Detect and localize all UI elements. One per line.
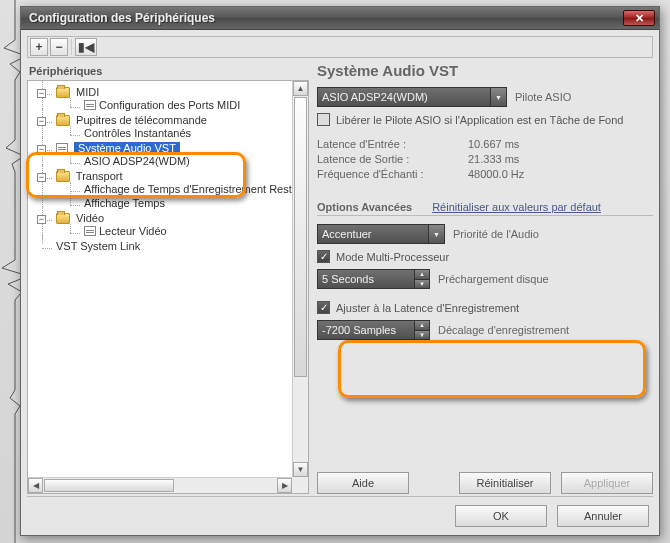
tree-video[interactable]: Vidéo — [76, 212, 104, 224]
page-title: Système Audio VST — [317, 62, 653, 87]
scroll-left-icon[interactable]: ◀ — [28, 478, 43, 493]
expander-icon[interactable]: − — [37, 173, 46, 182]
top-toolbar: + − ▮◀ — [27, 36, 653, 58]
asio-driver-value: ASIO ADSP24(WDM) — [322, 91, 428, 103]
output-latency-label: Latence de Sortie : — [317, 153, 452, 165]
input-latency-value: 10.667 ms — [468, 138, 519, 150]
advanced-options-header: Options Avancées Réinitialiser aux valeu… — [317, 201, 653, 216]
multiprocessor-checkbox[interactable]: ✓ — [317, 250, 330, 263]
tree-asio-device[interactable]: ASIO ADSP24(WDM) — [84, 155, 190, 167]
scroll-down-icon[interactable]: ▼ — [293, 462, 308, 477]
close-button[interactable]: ✕ — [623, 10, 655, 26]
expander-icon[interactable]: − — [37, 215, 46, 224]
devices-tree-container: − MIDI Configuration des Ports MIDI − — [27, 80, 309, 494]
folder-icon — [56, 87, 70, 98]
expander-icon[interactable]: − — [37, 145, 46, 154]
asio-driver-label: Pilote ASIO — [515, 91, 571, 103]
spin-up-icon[interactable]: ▲ — [414, 321, 429, 330]
audio-priority-value: Accentuer — [322, 228, 372, 240]
tree-instant-controls[interactable]: Contrôles Instantanés — [84, 127, 191, 139]
tree-video-player[interactable]: Lecteur Vidéo — [99, 225, 167, 237]
output-latency-value: 21.333 ms — [468, 153, 519, 165]
tree-remote[interactable]: Pupitres de télécommande — [76, 114, 207, 126]
tree-midi-ports[interactable]: Configuration des Ports MIDI — [99, 99, 240, 111]
disk-preload-value: 5 Seconds — [318, 270, 414, 288]
multiprocessor-label: Mode Multi-Processeur — [336, 251, 449, 263]
folder-icon — [56, 171, 70, 182]
expander-icon[interactable]: − — [37, 89, 46, 98]
dialog-body: + − ▮◀ Périphériques − MIDI — [21, 30, 659, 535]
window-title: Configuration des Périphériques — [29, 11, 623, 25]
chevron-down-icon: ▼ — [428, 225, 444, 243]
titlebar: Configuration des Périphériques ✕ — [21, 7, 659, 30]
tree-vst-system-link[interactable]: VST System Link — [56, 240, 140, 252]
tree-vst-audio-selected[interactable]: Système Audio VST — [74, 142, 180, 154]
item-icon — [84, 100, 96, 110]
disk-preload-spinner[interactable]: 5 Seconds ▲▼ — [317, 269, 430, 289]
close-icon: ✕ — [635, 13, 644, 24]
scrollbar-horizontal[interactable]: ◀ ▶ — [28, 477, 292, 493]
asio-driver-select[interactable]: ASIO ADSP24(WDM) ▼ — [317, 87, 507, 107]
devices-header: Périphériques — [27, 62, 309, 80]
advanced-options-title: Options Avancées — [317, 201, 412, 213]
expander-icon[interactable]: − — [37, 117, 46, 126]
folder-icon — [56, 115, 70, 126]
record-offset-label: Décalage d'enregistrement — [438, 324, 569, 336]
tree-record-time-display[interactable]: Affichage de Temps d'Enregistrement Rest… — [84, 183, 307, 195]
tree-transport[interactable]: Transport — [76, 170, 123, 182]
settings-pane: Système Audio VST ASIO ADSP24(WDM) ▼ Pil… — [317, 62, 653, 494]
input-latency-label: Latence d'Entrée : — [317, 138, 452, 150]
adjust-record-latency-label: Ajuster à la Latence d'Enregistrement — [336, 302, 519, 314]
spin-down-icon[interactable]: ▼ — [414, 279, 429, 289]
release-asio-label: Libérer le Pilote ASIO si l'Application … — [336, 114, 623, 126]
scroll-thumb[interactable] — [44, 479, 174, 492]
apply-button[interactable]: Appliquer — [561, 472, 653, 494]
disk-preload-label: Préchargement disque — [438, 273, 549, 285]
toolbar-divider — [71, 39, 72, 55]
devices-tree[interactable]: − MIDI Configuration des Ports MIDI − — [28, 85, 308, 253]
scroll-up-icon[interactable]: ▲ — [293, 81, 308, 96]
folder-icon — [56, 213, 70, 224]
rewind-button[interactable]: ▮◀ — [75, 38, 97, 56]
adjust-record-latency-checkbox[interactable]: ✓ — [317, 301, 330, 314]
record-offset-value: -7200 Samples — [318, 321, 414, 339]
devices-pane: Périphériques − MIDI Configuration des P… — [27, 62, 309, 494]
item-icon — [84, 226, 96, 236]
tree-time-display[interactable]: Affichage Temps — [84, 197, 165, 209]
sample-rate-value: 48000.0 Hz — [468, 168, 524, 180]
record-offset-spinner[interactable]: -7200 Samples ▲▼ — [317, 320, 430, 340]
help-button[interactable]: Aide — [317, 472, 409, 494]
device-setup-dialog: Configuration des Périphériques ✕ + − ▮◀… — [20, 6, 660, 536]
scroll-thumb[interactable] — [294, 97, 307, 377]
remove-button[interactable]: − — [50, 38, 68, 56]
spin-down-icon[interactable]: ▼ — [414, 330, 429, 340]
audio-priority-select[interactable]: Accentuer ▼ — [317, 224, 445, 244]
reset-defaults-link[interactable]: Réinitialiser aux valeurs par défaut — [432, 201, 601, 213]
scrollbar-vertical[interactable]: ▲ ▼ — [292, 81, 308, 477]
chevron-down-icon: ▼ — [490, 88, 506, 106]
release-asio-checkbox[interactable]: ✓ — [317, 113, 330, 126]
device-icon — [56, 143, 68, 153]
scroll-corner — [292, 477, 308, 493]
ok-button[interactable]: OK — [455, 505, 547, 527]
spin-up-icon[interactable]: ▲ — [414, 270, 429, 279]
dialog-footer: OK Annuler — [27, 497, 653, 529]
sample-rate-label: Fréquence d'Échanti : — [317, 168, 452, 180]
reset-button[interactable]: Réinitialiser — [459, 472, 551, 494]
audio-priority-label: Priorité de l'Audio — [453, 228, 539, 240]
scroll-right-icon[interactable]: ▶ — [277, 478, 292, 493]
add-button[interactable]: + — [30, 38, 48, 56]
cancel-button[interactable]: Annuler — [557, 505, 649, 527]
tree-midi[interactable]: MIDI — [76, 86, 99, 98]
